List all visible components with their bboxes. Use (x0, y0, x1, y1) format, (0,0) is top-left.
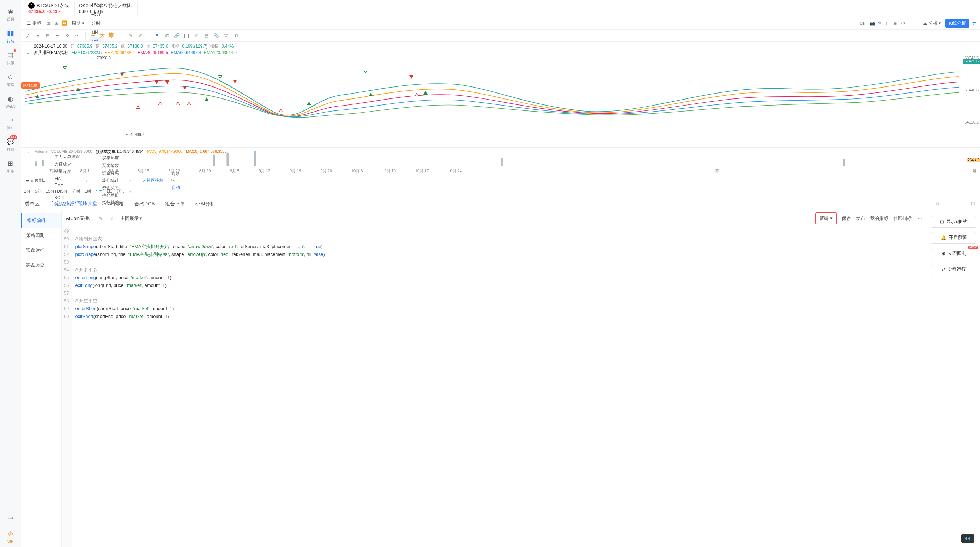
collapse-icon[interactable]: ⌄ (25, 49, 31, 56)
timeframe-分时[interactable]: 分时 (89, 19, 104, 28)
sidebar-item-grid[interactable]: ⊞更多 (0, 156, 21, 177)
sub-tf-1日[interactable]: 1日 (106, 188, 113, 195)
save-button[interactable]: 保存 (842, 215, 851, 222)
link-icon[interactable]: 🔗 (173, 32, 180, 39)
more-icon[interactable]: ⋯ (74, 32, 80, 39)
locate-button[interactable]: ☰ 定位到... (24, 177, 48, 184)
sidebar-item-phone[interactable]: ▭ (0, 510, 21, 526)
sidebar-item-globe[interactable]: ◉首页 (0, 3, 21, 26)
sub-tf-分时[interactable]: 分时 (72, 188, 80, 195)
attach-icon[interactable]: 📎 (213, 32, 220, 39)
code-editor[interactable]: 495051525354555657585960 // 绘制到图表plotSha… (62, 226, 927, 547)
market-tab[interactable]: ₿BTC/USDT永续67435.3-0.43% (24, 1, 75, 16)
minimize-icon[interactable]: — (951, 201, 959, 206)
my-indicators-button[interactable]: 我的指标 (870, 215, 888, 222)
bp-side-2[interactable]: 实盘运行 (21, 243, 61, 258)
sub-tf-5分[interactable]: 5分 (35, 188, 41, 195)
camera-icon[interactable]: 📷 (869, 20, 875, 27)
bp-side-1[interactable]: 策略回测 (21, 228, 61, 243)
line-tool-icon[interactable]: ╱ (25, 32, 31, 39)
backtest-button[interactable]: ⚙ 立即回测NEW (931, 248, 977, 259)
indic-资金背离[interactable]: 资金背离 (100, 169, 124, 177)
candlestick-chart[interactable]: ⌄ 2024-10-17 16:00 开67305.9 高67485.2 低67… (21, 41, 980, 148)
fullscreen-icon[interactable]: ⛶ (908, 20, 914, 27)
close-tf-icon[interactable]: ✕ (129, 189, 132, 194)
bp-tab-3[interactable]: 合约DCA (134, 198, 155, 210)
chat-assistant-icon[interactable] (961, 534, 974, 544)
axis-爆[interactable]: 爆 (973, 168, 977, 174)
indic-opt-%[interactable]: % (170, 177, 181, 184)
indic-全量深度[interactable]: 全量深度 (53, 168, 81, 175)
filter-icon[interactable]: ▽ (223, 32, 229, 39)
layers-icon[interactable]: ▣ (892, 20, 899, 27)
bp-tab-1[interactable]: 自定义指标/回测/实盘 (50, 198, 97, 211)
note-icon[interactable]: ▤ (203, 32, 210, 39)
community-indicator-button[interactable]: ↗ 社区指标 (141, 177, 165, 184)
sidebar-item-chart[interactable]: ▮▮行情 (0, 26, 21, 47)
sidebar-item-web3[interactable]: ◐Web3 (0, 91, 21, 112)
new-button[interactable]: 新建 ▾ (815, 212, 837, 225)
replay-speed[interactable]: 0s (857, 19, 868, 27)
show-on-kline-button[interactable]: ⊞ 显示到K线 (931, 216, 977, 228)
sub-tf-4时[interactable]: 4时 (95, 188, 102, 195)
sidebar-item-chat[interactable]: 💬群聊99+ (0, 134, 21, 156)
sidebar-item-robot[interactable]: ☺策略 (0, 69, 21, 91)
indic-MA[interactable]: MA (53, 175, 81, 182)
special-筹[interactable]: 筹 (108, 32, 114, 38)
hlines-icon[interactable]: ≡ (35, 32, 41, 39)
script-name[interactable]: AICoin直播... (66, 215, 93, 222)
publish-button[interactable]: 发布 (856, 215, 865, 222)
display-icon[interactable]: ⌸ (885, 20, 891, 27)
copy-icon[interactable]: ⎘ (193, 32, 200, 39)
community-indicators-button[interactable]: 社区指标 (893, 215, 912, 222)
box-icon[interactable]: ⊞ (45, 32, 51, 39)
bp-tab-0[interactable]: 委单区 (25, 198, 40, 210)
rewind-icon[interactable]: ⏪ (61, 20, 67, 27)
star-icon[interactable]: ☆ (109, 215, 115, 222)
indic-opt-对数[interactable]: 对数 (170, 170, 181, 177)
add-tab-button[interactable]: + (138, 5, 153, 12)
share-icon[interactable]: ⇄ (971, 20, 977, 27)
collapse-icon[interactable]: ⌄ (25, 148, 31, 155)
sub-tf-45分[interactable]: 45分 (59, 188, 68, 195)
trash-icon[interactable]: 🗑 (233, 32, 239, 39)
sidebar-item-wallet[interactable]: ▭资产 (0, 112, 21, 134)
grid-icon[interactable]: ⊞ (53, 20, 60, 27)
sidebar-item-news[interactable]: ▤快讯 (0, 47, 21, 69)
analysis-button[interactable]: ☁ 分析 ▾ (920, 19, 944, 28)
enable-alert-button[interactable]: 🔔 开启预警 (931, 232, 977, 244)
volume-panel[interactable]: ⌄ Volume VOLUME:264,429.5000 预估成交量:1,149… (21, 148, 980, 167)
edit-icon[interactable]: ✎ (127, 32, 134, 39)
maximize-icon[interactable]: ☐ (969, 201, 977, 206)
sub-tf-周K[interactable]: 周K (117, 188, 124, 195)
bp-side-0[interactable]: 指标编辑 (21, 213, 61, 228)
settings-icon[interactable]: ⚙ (900, 20, 906, 27)
period-button[interactable]: 周期 ▾ (69, 19, 87, 28)
bp-tab-4[interactable]: 组合下单 (165, 198, 185, 210)
collapse-icon[interactable]: ⌄ (25, 43, 31, 49)
axis-筹[interactable]: 筹 (715, 168, 719, 174)
more-icon[interactable]: ⋯ (916, 215, 923, 222)
special-大[interactable]: 大 (99, 32, 105, 38)
market-tab[interactable]: OKX-BTC多空持仓人数比0.609.09% (75, 1, 138, 16)
tag-icon[interactable]: 🏷 (164, 32, 170, 39)
reward-badge[interactable]: 限时奖励 (21, 82, 40, 89)
chart-canvas[interactable]: ← 70098.0 ← 48906.7 (25, 56, 959, 138)
sub-tf-15分[interactable]: 15分 (46, 188, 54, 195)
live-run-button[interactable]: ⇄ 实盘运行 (931, 264, 977, 275)
pencil-icon[interactable]: ✎ (877, 20, 883, 27)
edit-name-icon[interactable]: ✎ (98, 215, 104, 222)
sidebar-item-vip[interactable]: ♔VIP (0, 526, 21, 547)
brush-icon[interactable]: ✐ (137, 32, 143, 39)
indicator-button[interactable]: ☰ 指标 (24, 19, 44, 28)
special-主[interactable]: 主 (91, 32, 96, 38)
candle-icon[interactable]: ❘❘ (183, 32, 190, 39)
flag-icon[interactable]: ⚑ (154, 32, 160, 39)
sub-tf-1时[interactable]: 1时 (85, 188, 91, 195)
bp-tab-2[interactable]: AI 网格 (108, 198, 124, 210)
bp-tab-5[interactable]: 小AI分析 (196, 198, 215, 210)
main-chart-dropdown[interactable]: 主图展示 ▾ (120, 215, 143, 222)
list-icon[interactable]: ≣ (54, 32, 60, 39)
bp-side-3[interactable]: 实盘历史 (21, 258, 61, 273)
cross-icon[interactable]: ✛ (64, 32, 70, 39)
